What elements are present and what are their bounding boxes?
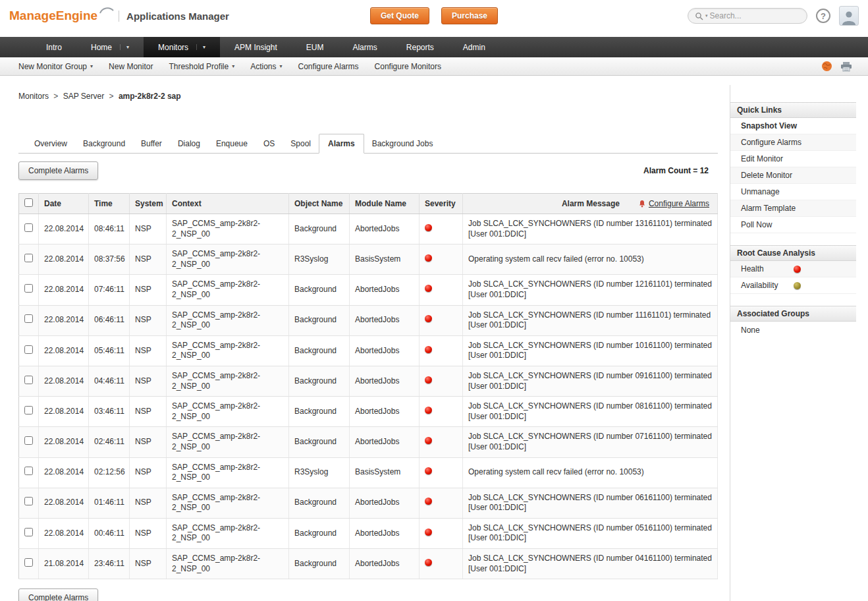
tab-overview[interactable]: Overview	[26, 135, 75, 153]
alarm-object-name: Background	[289, 488, 350, 518]
tab-spool[interactable]: Spool	[283, 135, 319, 153]
alarm-severity-cell	[420, 549, 463, 579]
quick-link-item[interactable]: Configure Alarms	[730, 134, 856, 151]
alarm-system: NSP	[130, 549, 167, 579]
configure-alarms-link[interactable]: Configure Alarms	[649, 199, 709, 208]
row-checkbox-cell	[19, 457, 39, 488]
rca-health-row[interactable]: Health	[730, 261, 856, 277]
select-all-checkbox[interactable]	[24, 198, 33, 207]
row-checkbox[interactable]	[24, 254, 33, 262]
tab-alarms[interactable]: Alarms	[319, 134, 364, 154]
purchase-button[interactable]: Purchase	[441, 7, 498, 24]
alarm-context: SAP_CCMS_amp-2k8r2-2_NSP_00	[167, 244, 289, 275]
search-caret-icon[interactable]: ▾	[705, 13, 708, 18]
quick-link-item[interactable]: Unmanage	[730, 184, 856, 200]
nav-label: EUM	[306, 43, 324, 52]
chevron-down-icon[interactable]: ▾	[196, 44, 205, 50]
topbar: ManageEngine Applications Manager Get Qu…	[0, 0, 868, 37]
column-header-module-name: Module Name	[350, 194, 420, 214]
alarm-time: 08:46:11	[89, 214, 130, 244]
get-quote-button[interactable]: Get Quote	[370, 7, 429, 24]
chevron-down-icon: ▾	[280, 63, 283, 69]
nav-item-intro[interactable]: Intro	[32, 37, 76, 57]
tab-buffer[interactable]: Buffer	[133, 135, 170, 153]
row-checkbox[interactable]	[24, 314, 33, 323]
row-checkbox[interactable]	[24, 406, 33, 415]
subnav-label: Threshold Profile	[169, 62, 229, 71]
alarm-severity-cell	[420, 305, 463, 335]
nav-item-eum[interactable]: EUM	[292, 37, 339, 57]
logo-area: ManageEngine Applications Manager	[9, 9, 370, 23]
nav-item-home[interactable]: Home▾	[76, 37, 144, 57]
breadcrumb-link-sap-server[interactable]: SAP Server	[63, 92, 104, 101]
subnav-configure-alarms[interactable]: Configure Alarms	[290, 62, 367, 71]
row-checkbox[interactable]	[24, 558, 33, 567]
configure-alarms-link-wrap: Configure Alarms	[638, 199, 709, 208]
alarm-severity-cell	[420, 275, 463, 305]
subnav-new-monitor[interactable]: New Monitor	[101, 62, 161, 71]
subnav-new-monitor-group[interactable]: New Monitor Group▾	[11, 62, 101, 71]
subnav-configure-monitors[interactable]: Configure Monitors	[367, 62, 449, 71]
subnav-actions[interactable]: Actions▾	[242, 62, 290, 71]
row-checkbox[interactable]	[24, 528, 33, 536]
row-checkbox[interactable]	[24, 345, 33, 354]
search-box[interactable]: ▾	[688, 8, 807, 24]
alarm-module-name: BasisSystem	[350, 457, 420, 488]
user-avatar[interactable]	[839, 6, 859, 26]
alarm-message: Job SLCA_LCK_SYNCHOWNERS (ID number 1216…	[463, 275, 718, 305]
severity-critical-icon	[425, 529, 432, 536]
alarm-message: Job SLCA_LCK_SYNCHOWNERS (ID number 0916…	[463, 366, 718, 396]
row-checkbox[interactable]	[24, 497, 33, 505]
row-checkbox[interactable]	[24, 467, 33, 475]
alarm-severity-cell	[420, 518, 463, 548]
row-checkbox[interactable]	[24, 436, 33, 445]
alarms-table: Date Time System Context Object Name Mod…	[18, 193, 718, 579]
table-row: 22.08.2014 01:46:11 NSP SAP_CCMS_amp-2k8…	[19, 488, 718, 518]
help-icon[interactable]: ?	[816, 9, 830, 23]
rca-availability-row[interactable]: Availability	[730, 277, 856, 294]
chevron-down-icon: ▾	[90, 63, 93, 69]
globe-icon[interactable]	[821, 61, 832, 72]
complete-alarms-button-bottom[interactable]: Complete Alarms	[18, 588, 98, 601]
column-header-system: System	[130, 194, 167, 214]
tab-enqueue[interactable]: Enqueue	[208, 135, 256, 153]
row-checkbox[interactable]	[24, 284, 33, 293]
right-sidebar: Quick Links Snapshot View Configure Alar…	[730, 85, 856, 601]
alarm-date: 22.08.2014	[39, 457, 89, 488]
nav-item-admin[interactable]: Admin	[448, 37, 500, 57]
nav-item-monitors[interactable]: Monitors▾	[144, 37, 220, 57]
table-row: 22.08.2014 02:46:11 NSP SAP_CCMS_amp-2k8…	[19, 427, 718, 457]
alarm-system: NSP	[130, 518, 167, 548]
tab-background[interactable]: Background	[75, 135, 133, 153]
quick-link-item[interactable]: Delete Monitor	[730, 167, 856, 184]
breadcrumb-link-monitors[interactable]: Monitors	[18, 92, 49, 101]
breadcrumb-separator: >	[109, 92, 114, 101]
tab-background-jobs[interactable]: Background Jobs	[364, 135, 441, 153]
nav-item-apm-insight[interactable]: APM Insight	[220, 37, 292, 57]
severity-critical-icon	[425, 559, 432, 566]
quick-link-item[interactable]: Alarm Template	[730, 200, 856, 217]
chevron-down-icon[interactable]: ▾	[120, 44, 129, 50]
subnav-label: New Monitor Group	[18, 62, 87, 71]
complete-alarms-button-top[interactable]: Complete Alarms	[18, 161, 98, 180]
alarm-date: 22.08.2014	[39, 214, 89, 244]
alarm-date: 21.08.2014	[39, 549, 89, 579]
alarm-system: NSP	[130, 366, 167, 396]
tab-os[interactable]: OS	[256, 135, 283, 153]
subnav-threshold-profile[interactable]: Threshold Profile▾	[161, 62, 242, 71]
quick-link-item[interactable]: Poll Now	[730, 217, 856, 233]
alarm-system: NSP	[130, 275, 167, 305]
column-header-alarm-message: Alarm Message Configure Alarms	[463, 194, 718, 214]
row-checkbox[interactable]	[24, 223, 33, 232]
row-checkbox[interactable]	[24, 376, 33, 384]
column-header-object-name: Object Name	[289, 194, 350, 214]
search-input[interactable]	[710, 11, 788, 20]
tab-dialog[interactable]: Dialog	[170, 135, 208, 153]
print-icon[interactable]	[840, 61, 852, 72]
nav-item-alarms[interactable]: Alarms	[338, 37, 391, 57]
quick-link-item[interactable]: Snapshot View	[730, 118, 856, 134]
alarm-module-name: AbortedJobs	[350, 397, 420, 427]
nav-item-reports[interactable]: Reports	[392, 37, 448, 57]
quick-link-item[interactable]: Edit Monitor	[730, 151, 856, 167]
root-cause-section: Root Cause Analysis Health Availability	[730, 245, 856, 294]
